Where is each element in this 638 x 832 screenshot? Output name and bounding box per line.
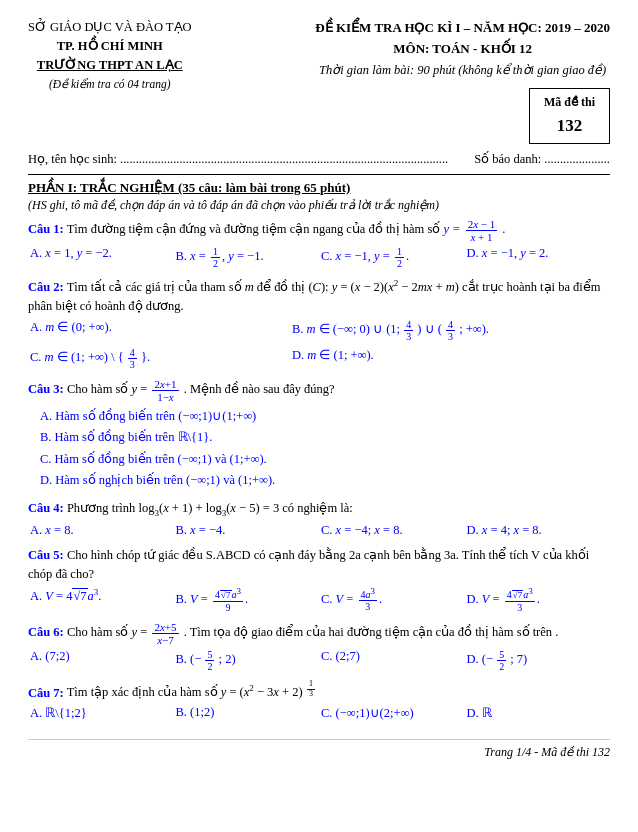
- cau-6-answers: A. (7;2) B. (− 52 ; 2) C. (2;7) D. (− 52…: [28, 649, 610, 672]
- cau-2-ans-d: D. m ∈ (1; +∞).: [290, 347, 610, 370]
- cau-4-answers: A. x = 8. B. x = −4. C. x = −4; x = 8. D…: [28, 523, 610, 538]
- cau-5-answers: A. V = 4√7a3. B. V = 4√7a3 9 . C. V = 4a…: [28, 587, 610, 613]
- page-container: SỞ GIÁO DỤC VÀ ĐÀO TẠO TP. HỒ CHÍ MINH T…: [28, 18, 610, 760]
- phan1-sub: (HS ghi, tô mã đề, chọn đáp án và tô đáp…: [28, 198, 610, 213]
- cau-7-ans-c: C. (−∞;1)∪(2;+∞): [319, 705, 465, 721]
- exam-title-line2: MÔN: TOÁN - KHỐI 12: [315, 39, 610, 60]
- ma-de-number: 132: [544, 112, 595, 139]
- cau-3-ans-b: B. Hàm số đồng biến trên ℝ\{1}.: [40, 427, 610, 448]
- exam-title-line1: ĐỀ KIỂM TRA HỌC KÌ I – NĂM HỌC: 2019 – 2…: [315, 18, 610, 39]
- cau-5-ans-c: C. V = 4a3 3 .: [319, 587, 465, 613]
- cau-4-title: Câu 4: Phương trình log3(x + 1) + log3(x…: [28, 499, 610, 520]
- cau-4-ans-a: A. x = 8.: [28, 523, 174, 538]
- divider: [28, 174, 610, 175]
- cau-2-title: Câu 2: Tìm tất cả các giá trị của tham s…: [28, 277, 610, 316]
- cau-5: Câu 5: Cho hình chóp tứ giác đều S.ABCD …: [28, 546, 610, 613]
- ma-de-box: Mã đề thi 132: [529, 88, 610, 144]
- cau-2-ans-c: C. m ∈ (1; +∞) \ { 43 }.: [28, 347, 290, 370]
- cau-5-title: Câu 5: Cho hình chóp tứ giác đều S.ABCD …: [28, 546, 610, 584]
- cau-1: Câu 1: Tìm đường tiệm cận đứng và đường …: [28, 218, 610, 269]
- cau-6-title: Câu 6: Cho hàm số y = 2x+5 x−7 . Tìm tọa…: [28, 621, 610, 646]
- cau-6-ans-d: D. (− 52 ; 7): [465, 649, 611, 672]
- cau-2-ans-b: B. m ∈ (−∞; 0) ∪ (1; 43 ) ∪ ( 43 ; +∞).: [290, 319, 610, 342]
- cau-7-ans-b: B. (1;2): [174, 705, 320, 721]
- cau-2-answers: A. m ∈ (0; +∞). B. m ∈ (−∞; 0) ∪ (1; 43 …: [28, 319, 610, 370]
- header-left: SỞ GIÁO DỤC VÀ ĐÀO TẠO TP. HỒ CHÍ MINH T…: [28, 18, 192, 94]
- cau-7-ans-a: A. ℝ\{1;2}: [28, 705, 174, 721]
- cau-1-title: Câu 1: Tìm đường tiệm cận đứng và đường …: [28, 218, 610, 243]
- cau-4-ans-b: B. x = −4.: [174, 523, 320, 538]
- header: SỞ GIÁO DỤC VÀ ĐÀO TẠO TP. HỒ CHÍ MINH T…: [28, 18, 610, 144]
- cau-1-answers: A. x = 1, y = −2. B. x = 12, y = −1. C. …: [28, 246, 610, 269]
- cau-4: Câu 4: Phương trình log3(x + 1) + log3(x…: [28, 499, 610, 538]
- so-bao-danh-label: Số báo danh: .....................: [474, 151, 610, 167]
- cau-1-ans-d: D. x = −1, y = 2.: [465, 246, 611, 269]
- cau-5-ans-d: D. V = 4√7a3 3 .: [465, 587, 611, 613]
- cau-6: Câu 6: Cho hàm số y = 2x+5 x−7 . Tìm tọa…: [28, 621, 610, 672]
- cau-3-ans-d: D. Hàm số nghịch biến trên (−∞;1) và (1;…: [40, 470, 610, 491]
- cau-3-ans-c: C. Hàm số đồng biến trên (−∞;1) và (1;+∞…: [40, 449, 610, 470]
- cau-5-ans-b: B. V = 4√7a3 9 .: [174, 587, 320, 613]
- cau-7-title: Câu 7: Tìm tập xác định của hàm số y = (…: [28, 680, 610, 702]
- exam-time: Thời gian làm bài: 90 phút (không kể thờ…: [315, 60, 610, 80]
- cau-7: Câu 7: Tìm tập xác định của hàm số y = (…: [28, 680, 610, 721]
- cau-1-ans-a: A. x = 1, y = −2.: [28, 246, 174, 269]
- cau-6-ans-c: C. (2;7): [319, 649, 465, 672]
- cau-7-answers: A. ℝ\{1;2} B. (1;2) C. (−∞;1)∪(2;+∞) D. …: [28, 705, 610, 721]
- exam-pages: (Đề kiểm tra có 04 trang): [28, 76, 192, 93]
- cau-4-ans-d: D. x = 4; x = 8.: [465, 523, 611, 538]
- ma-de-label: Mã đề thi: [544, 93, 595, 112]
- cau-1-ans-c: C. x = −1, y = 12.: [319, 246, 465, 269]
- cau-2: Câu 2: Tìm tất cả các giá trị của tham s…: [28, 277, 610, 370]
- cau-1-ans-b: B. x = 12, y = −1.: [174, 246, 320, 269]
- cau-5-ans-a: A. V = 4√7a3.: [28, 587, 174, 613]
- student-info-row: Họ, tên học sinh: ......................…: [28, 151, 610, 167]
- header-right: ĐỀ KIỂM TRA HỌC KÌ I – NĂM HỌC: 2019 – 2…: [315, 18, 610, 144]
- school-dept: SỞ GIÁO DỤC VÀ ĐÀO TẠO: [28, 18, 192, 37]
- school-city: TP. HỒ CHÍ MINH: [28, 37, 192, 56]
- cau-3-ans-a: A. Hàm số đồng biến trên (−∞;1)∪(1;+∞): [40, 406, 610, 427]
- footer: Trang 1/4 - Mã đề thi 132: [28, 739, 610, 760]
- ho-ten-label: Họ, tên học sinh: ......................…: [28, 151, 448, 167]
- cau-4-ans-c: C. x = −4; x = 8.: [319, 523, 465, 538]
- cau-2-ans-a: A. m ∈ (0; +∞).: [28, 319, 290, 342]
- cau-3: Câu 3: Cho hàm số y = 2x+1 1−x . Mệnh đề…: [28, 378, 610, 491]
- cau-3-answers: A. Hàm số đồng biến trên (−∞;1)∪(1;+∞) B…: [28, 406, 610, 491]
- school-name: TRƯỜNG THPT AN LẠC: [28, 56, 192, 75]
- cau-7-ans-d: D. ℝ: [465, 705, 611, 721]
- cau-3-title: Câu 3: Cho hàm số y = 2x+1 1−x . Mệnh đề…: [28, 378, 610, 403]
- ma-de-wrapper: Mã đề thi 132: [315, 84, 610, 144]
- cau-6-ans-b: B. (− 52 ; 2): [174, 649, 320, 672]
- cau-6-ans-a: A. (7;2): [28, 649, 174, 672]
- phan1-title: PHẦN I: TRẮC NGHIỆM (35 câu: làm bài tro…: [28, 180, 610, 196]
